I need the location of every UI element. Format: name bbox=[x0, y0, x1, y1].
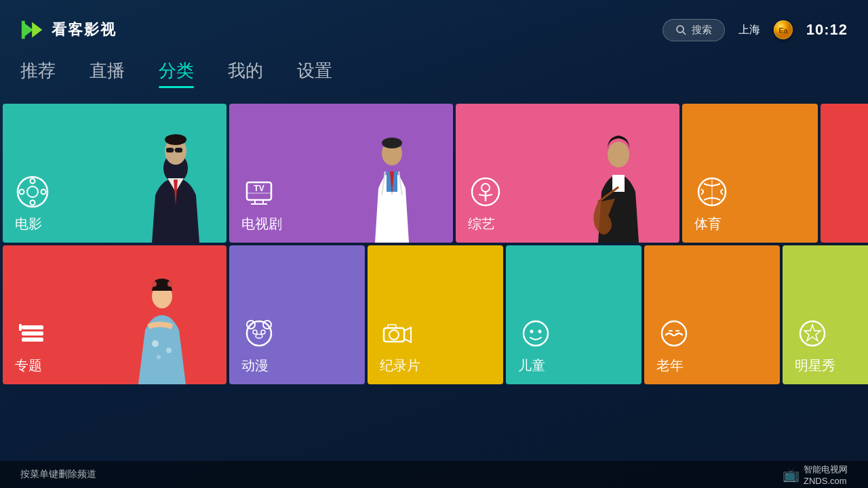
variety-character bbox=[554, 107, 679, 243]
category-tv[interactable]: TV 电视剧 bbox=[229, 104, 453, 243]
documentary-icon bbox=[380, 316, 415, 351]
svg-point-29 bbox=[481, 184, 490, 192]
tv-character bbox=[328, 107, 453, 243]
variety-label: 综艺 bbox=[468, 215, 495, 233]
svg-marker-57 bbox=[404, 327, 411, 342]
svg-rect-16 bbox=[175, 148, 182, 152]
sports-icon bbox=[694, 174, 730, 209]
svg-rect-38 bbox=[22, 325, 43, 329]
city-label: 上海 bbox=[738, 23, 760, 37]
menu-hint: 按菜单键删除频道 bbox=[20, 468, 96, 481]
logo-text: 看客影视 bbox=[52, 20, 117, 40]
tv-label: 电视剧 bbox=[241, 215, 282, 233]
nav-mine[interactable]: 我的 bbox=[228, 59, 263, 87]
svg-point-27 bbox=[382, 138, 402, 148]
category-variety[interactable]: 综艺 bbox=[456, 104, 679, 243]
search-label: 搜索 bbox=[692, 24, 712, 37]
svg-point-13 bbox=[163, 153, 188, 183]
category-documentary[interactable]: 纪录片 bbox=[368, 245, 503, 384]
starshow-icon bbox=[795, 316, 830, 351]
nav-bar: 推荐 直播 分类 我的 设置 bbox=[0, 54, 868, 92]
svg-point-56 bbox=[389, 330, 399, 340]
starshow-label: 明星秀 bbox=[795, 357, 835, 375]
znds-text: 智能电视网 ZNDS.com bbox=[804, 464, 848, 486]
svg-point-59 bbox=[524, 321, 548, 346]
coin-icon: Ea bbox=[774, 20, 793, 39]
svg-point-46 bbox=[154, 279, 170, 287]
znds-watermark: 📺 智能电视网 ZNDS.com bbox=[783, 464, 848, 486]
special-label: 专题 bbox=[15, 357, 42, 375]
tv-icon: TV bbox=[241, 174, 277, 209]
svg-text:TV: TV bbox=[254, 184, 264, 193]
svg-line-35 bbox=[598, 187, 618, 202]
category-anime[interactable]: 动漫 bbox=[229, 245, 365, 384]
bottom-bar: 按菜单键删除频道 📺 智能电视网 ZNDS.com bbox=[0, 461, 868, 488]
svg-point-7 bbox=[18, 177, 47, 207]
grid-row-1: 电影 bbox=[3, 104, 865, 243]
logo-icon bbox=[20, 17, 46, 43]
svg-point-62 bbox=[662, 321, 686, 346]
search-button[interactable]: 搜索 bbox=[663, 19, 725, 41]
svg-rect-33 bbox=[612, 175, 625, 192]
coin-svg: Ea bbox=[774, 20, 793, 39]
svg-point-54 bbox=[256, 334, 262, 338]
clock-display: 10:12 bbox=[806, 21, 848, 39]
svg-point-44 bbox=[157, 355, 161, 359]
special-icon bbox=[15, 316, 50, 351]
svg-point-26 bbox=[382, 141, 402, 165]
nav-settings[interactable]: 设置 bbox=[297, 59, 332, 87]
children-icon bbox=[518, 316, 553, 351]
variety-icon bbox=[468, 174, 503, 209]
elderly-label: 老年 bbox=[656, 357, 684, 375]
special-character bbox=[94, 249, 226, 384]
nav-recommend[interactable]: 推荐 bbox=[20, 59, 56, 87]
category-extra[interactable] bbox=[821, 104, 868, 243]
svg-rect-58 bbox=[388, 325, 396, 328]
svg-point-53 bbox=[261, 330, 265, 334]
svg-line-31 bbox=[479, 195, 486, 196]
logo: 看客影视 bbox=[20, 17, 117, 43]
svg-marker-66 bbox=[804, 325, 821, 341]
category-grid: 电影 bbox=[0, 104, 868, 384]
svg-point-18 bbox=[165, 134, 186, 145]
svg-rect-2 bbox=[22, 21, 25, 39]
documentary-label: 纪录片 bbox=[380, 357, 420, 375]
svg-point-10 bbox=[31, 201, 35, 205]
category-movie[interactable]: 电影 bbox=[3, 104, 226, 243]
svg-point-3 bbox=[677, 26, 684, 33]
movie-label: 电影 bbox=[15, 215, 42, 233]
svg-rect-25 bbox=[387, 171, 397, 192]
category-special[interactable]: 专题 bbox=[3, 245, 226, 384]
znds-tv-icon: 📺 bbox=[783, 466, 800, 483]
svg-point-52 bbox=[253, 330, 257, 334]
nav-category[interactable]: 分类 bbox=[159, 59, 194, 87]
svg-point-34 bbox=[608, 142, 629, 167]
svg-point-60 bbox=[530, 330, 534, 333]
svg-point-8 bbox=[27, 186, 38, 197]
svg-point-42 bbox=[152, 340, 159, 347]
elderly-icon bbox=[656, 316, 692, 351]
svg-point-47 bbox=[151, 281, 157, 287]
movie-character bbox=[94, 107, 226, 243]
category-children[interactable]: 儿童 bbox=[506, 245, 642, 384]
svg-point-9 bbox=[31, 179, 35, 184]
movie-icon bbox=[15, 174, 50, 209]
svg-point-11 bbox=[20, 190, 24, 195]
svg-point-14 bbox=[165, 138, 186, 165]
svg-line-32 bbox=[486, 195, 492, 196]
svg-point-61 bbox=[538, 330, 542, 333]
sports-label: 体育 bbox=[694, 215, 722, 233]
category-sports[interactable]: 体育 bbox=[682, 104, 818, 243]
svg-point-43 bbox=[166, 348, 172, 353]
svg-rect-41 bbox=[19, 324, 22, 331]
category-elderly[interactable]: 老年 bbox=[644, 245, 780, 384]
svg-point-48 bbox=[167, 281, 173, 287]
children-label: 儿童 bbox=[518, 357, 545, 375]
nav-live[interactable]: 直播 bbox=[90, 59, 125, 87]
header: 看客影视 搜索 上海 Ea 10: bbox=[0, 0, 868, 54]
svg-text:Ea: Ea bbox=[778, 26, 788, 35]
header-right: 搜索 上海 Ea 10:12 bbox=[663, 19, 848, 41]
grid-row-2: 专题 bbox=[3, 245, 865, 384]
svg-point-49 bbox=[247, 321, 271, 346]
category-starshow[interactable]: 明星秀 bbox=[783, 245, 868, 384]
